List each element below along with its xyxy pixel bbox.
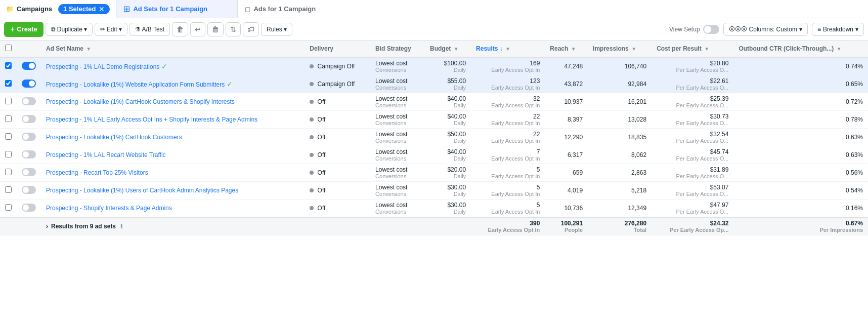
row-toggle[interactable] [22,97,36,105]
results-sort-icon[interactable]: ▼ [505,46,510,52]
budget-value: $40.00 [447,95,466,102]
footer-expand-cell[interactable]: › Results from 9 ad sets ℹ [41,217,305,235]
impressions-value: 13,028 [628,116,646,123]
row-toggle-cell[interactable] [17,164,41,182]
budget-sub-text: Daily [430,138,466,144]
create-button[interactable]: + Create [4,22,44,37]
cost-sort-icon[interactable]: ▼ [704,46,709,52]
col-results[interactable]: Results ↓ ▼ [471,41,545,57]
row-toggle[interactable] [22,80,36,88]
footer-ctr-sub: Per Impressions [739,227,863,233]
row-toggle[interactable] [22,168,36,176]
adsets-section[interactable]: ⊞ Ad Sets for 1 Campaign [116,0,238,18]
undo-button[interactable]: ↩ [190,22,205,36]
row-toggle[interactable] [22,115,36,123]
row-toggle-cell[interactable] [17,146,41,164]
name-sort-icon[interactable]: ▼ [86,46,91,52]
adset-name-link[interactable]: Prospecting - 1% LAL Recart Website Traf… [46,151,166,158]
close-icon[interactable]: ✕ [99,5,105,13]
cost-value: $30.73 [710,113,729,120]
row-checkbox-cell[interactable] [0,200,17,218]
breakdown-chevron-icon: ▾ [855,26,858,33]
budget-value: $50.00 [447,131,466,138]
col-ctr[interactable]: Outbound CTR (Click-Through...) ▼ [733,41,868,57]
footer-impressions-sub: Total [593,227,646,233]
row-checkbox[interactable] [5,62,12,69]
footer-bid-cell [370,217,425,235]
share-button[interactable]: ⇅ [226,22,241,36]
adset-name-link[interactable]: Prospecting - 1% LAL Demo Registrations [46,63,159,70]
impressions-value: 18,835 [628,134,646,141]
row-checkbox-cell[interactable] [0,129,17,146]
row-checkbox-cell[interactable] [0,146,17,164]
rules-button[interactable]: Rules ▾ [261,23,292,36]
row-checkbox[interactable] [5,98,12,104]
row-checkbox[interactable] [5,80,12,87]
row-checkbox-cell[interactable] [0,57,17,75]
edit-button[interactable]: ✏ Edit ▾ [95,23,127,36]
select-all-checkbox[interactable] [5,45,12,51]
row-checkbox-cell[interactable] [0,111,17,129]
row-checkbox[interactable] [5,204,12,211]
row-toggle[interactable] [22,186,36,194]
col-adset-name[interactable]: Ad Set Name ▼ [41,41,305,57]
row-toggle[interactable] [22,204,36,212]
row-toggle-cell[interactable] [17,57,41,75]
row-toggle-cell[interactable] [17,93,41,111]
adset-name-link[interactable]: Prospecting - Lookalike (1%) Users of Ca… [46,187,238,194]
col-budget[interactable]: Budget ▼ [425,41,471,57]
col-cost[interactable]: Cost per Result ▼ [652,41,733,57]
columns-button[interactable]: ⦿⦿⦿ Columns: Custom ▾ [723,23,808,36]
row-name-cell: Prospecting - 1% LAL Recart Website Traf… [41,146,305,164]
budget-sort-icon[interactable]: ▼ [454,46,459,52]
ctr-sort-icon[interactable]: ▼ [837,46,842,52]
row-reach-cell: 659 [545,164,588,182]
row-checkbox-cell[interactable] [0,93,17,111]
row-checkbox-cell[interactable] [0,164,17,182]
ab-test-button[interactable]: ⚗ A/B Test [129,23,170,36]
row-toggle-cell[interactable] [17,200,41,218]
impressions-sort-icon[interactable]: ▼ [631,46,636,52]
footer-expand-chevron[interactable]: › [46,223,48,230]
redo-button[interactable]: 🗑 [207,22,224,36]
col-bid-strategy[interactable]: Bid Strategy [370,41,425,57]
row-toggle-cell[interactable] [17,129,41,146]
adset-name-link[interactable]: Prospecting - Shopify Interests & Page A… [46,205,172,212]
reach-value: 10,937 [564,98,583,105]
row-checkbox[interactable] [5,133,12,140]
tag-button[interactable]: 🏷 [243,22,259,36]
delivery-status-dot [310,171,314,175]
reach-sort-icon[interactable]: ▼ [571,46,576,52]
duplicate-button[interactable]: ⧉ Duplicate ▾ [46,23,93,36]
adset-name-link[interactable]: Prospecting - Lookalike (1%) Website App… [46,81,225,88]
col-select-all[interactable] [0,41,17,57]
footer-expand-button[interactable]: › Results from 9 ad sets ℹ [46,223,299,230]
adset-name-link[interactable]: Prospecting - Recart Top 25% Visitors [46,169,148,176]
row-checkbox[interactable] [5,186,12,193]
view-setup-toggle[interactable] [703,25,719,34]
delete-button[interactable]: 🗑 [172,22,188,36]
row-toggle-cell[interactable] [17,182,41,200]
row-toggle[interactable] [22,150,36,158]
adset-name-link[interactable]: Prospecting - Lookalike (1%) CartHook Cu… [46,98,235,105]
adset-name-link[interactable]: Prospecting - 1% LAL Early Access Opt In… [46,116,257,123]
row-checkbox-cell[interactable] [0,75,17,93]
row-toggle-cell[interactable] [17,75,41,93]
selected-badge[interactable]: 1 Selected ✕ [58,4,110,14]
row-checkbox[interactable] [5,151,12,157]
row-checkbox[interactable] [5,115,12,122]
col-reach[interactable]: Reach ▼ [545,41,588,57]
ads-section[interactable]: ▢ Ads for 1 Campaign [238,0,323,18]
breakdown-button[interactable]: ≡ Breakdown ▾ [812,23,864,36]
footer-ctr-total: 0.67% [846,220,863,227]
row-checkbox[interactable] [5,169,12,175]
ctr-value: 0.72% [846,98,863,105]
row-toggle[interactable] [22,62,36,70]
col-impressions[interactable]: Impressions ▼ [588,41,652,57]
row-toggle-cell[interactable] [17,111,41,129]
row-checkbox-cell[interactable] [0,182,17,200]
col-delivery[interactable]: Delivery [305,41,370,57]
toolbar: + Create ⧉ Duplicate ▾ ✏ Edit ▾ ⚗ A/B Te… [0,18,868,41]
row-toggle[interactable] [22,133,36,141]
adset-name-link[interactable]: Prospecting - Lookalike (1%) CartHook Cu… [46,134,182,141]
